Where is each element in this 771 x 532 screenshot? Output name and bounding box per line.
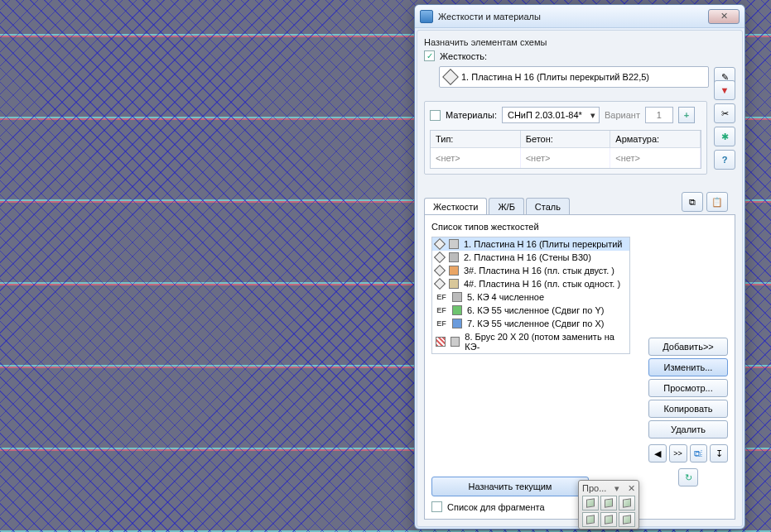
swatch bbox=[449, 266, 459, 276]
plate-icon bbox=[434, 278, 446, 290]
swatch bbox=[452, 292, 462, 302]
stiffness-row: Жесткость: bbox=[424, 50, 735, 61]
plate-icon bbox=[434, 252, 446, 263]
marker-icon: ✱ bbox=[721, 132, 729, 142]
projection-palette[interactable]: Про... ▾ ✕ bbox=[578, 480, 639, 530]
view-persp-button[interactable] bbox=[619, 512, 635, 527]
copy-button[interactable]: Копировать bbox=[648, 400, 728, 418]
view-back-button[interactable] bbox=[600, 512, 617, 527]
tab-panel-stiffness: ⧉ 📋 Список типов жесткостей 1. Пластина … bbox=[424, 214, 735, 520]
left-icon: ◀ bbox=[654, 448, 661, 459]
right-icon: >> bbox=[673, 449, 682, 458]
move-next-button[interactable]: >> bbox=[669, 444, 687, 463]
list-buttons: Добавить>> Изменить... Просмотр... Копир… bbox=[648, 338, 728, 486]
hatch-icon bbox=[436, 337, 446, 347]
materials-checkbox[interactable] bbox=[430, 110, 441, 121]
list-item[interactable]: 2. Пластина H 16 (Стены B30) bbox=[432, 251, 629, 264]
stiffness-materials-dialog: Жесткости и материалы ✕ Назначить элемен… bbox=[414, 4, 745, 530]
swatch bbox=[449, 279, 459, 289]
view-front-button[interactable] bbox=[600, 496, 617, 510]
list-item[interactable]: EF6. КЭ 55 численное (Сдвиг по Y) bbox=[432, 304, 629, 317]
link-icon: ⧉⁞ bbox=[694, 448, 702, 459]
list-title: Список типов жесткостей bbox=[431, 222, 728, 232]
stiffness-list[interactable]: 1. Пластина H 16 (Плиты перекрытий 2. Пл… bbox=[431, 237, 630, 354]
swatch bbox=[449, 252, 459, 262]
palette-title[interactable]: Про... ▾ ✕ bbox=[581, 482, 637, 494]
list-item[interactable]: 3#. Пластина H 16 (пл. стык двуст. ) bbox=[432, 264, 629, 277]
cell-concrete[interactable]: <нет> bbox=[521, 148, 611, 168]
plate-icon bbox=[442, 69, 459, 85]
delete-button[interactable]: Удалить bbox=[648, 420, 728, 439]
view-top-button[interactable] bbox=[582, 512, 599, 527]
app-icon bbox=[420, 10, 433, 23]
paste-icon: 📋 bbox=[711, 197, 723, 208]
materials-header: Материалы: СНиП 2.03.01-84* Вариант 1 + bbox=[430, 107, 701, 123]
swatch bbox=[452, 319, 462, 328]
list-item[interactable]: 4#. Пластина H 16 (пл. стык одност. ) bbox=[432, 277, 629, 290]
cell-type[interactable]: <нет> bbox=[431, 148, 521, 168]
stiffness-checkbox[interactable] bbox=[424, 50, 435, 61]
fragment-checkbox[interactable] bbox=[431, 501, 442, 512]
swatch bbox=[451, 337, 460, 347]
add-variant-button[interactable]: + bbox=[678, 107, 695, 123]
view-button[interactable]: Просмотр... bbox=[648, 379, 728, 397]
code-dropdown[interactable]: СНиП 2.03.01-84* bbox=[502, 107, 600, 123]
materials-group: Материалы: СНиП 2.03.01-84* Вариант 1 + … bbox=[424, 101, 707, 175]
axis-icon: ↧ bbox=[716, 448, 723, 459]
stiffness-label: Жесткость: bbox=[440, 51, 487, 61]
move-first-button[interactable]: ◀ bbox=[648, 444, 667, 463]
col-rebar: Арматура: bbox=[610, 131, 701, 148]
cell-rebar[interactable]: <нет> bbox=[610, 148, 701, 168]
copy-list-button[interactable]: ⧉ bbox=[682, 192, 703, 212]
materials-grid: Тип: Бетон: Арматура: <нет> <нет> <нет> bbox=[430, 130, 701, 169]
ef-icon: EF bbox=[436, 319, 447, 328]
refresh-button[interactable]: ↻ bbox=[678, 468, 698, 486]
swatch bbox=[449, 239, 459, 249]
tab-rc[interactable]: Ж/Б bbox=[489, 198, 523, 215]
scissors-icon: ✂ bbox=[721, 108, 729, 119]
view-iso-button[interactable] bbox=[582, 496, 599, 510]
dialog-body: Назначить элементам схемы Жесткость: 1. … bbox=[417, 30, 743, 527]
list-item[interactable]: EF5. КЭ 4 численное bbox=[432, 290, 629, 304]
edit-button[interactable]: Изменить... bbox=[648, 358, 728, 376]
close-button[interactable]: ✕ bbox=[708, 9, 740, 24]
col-type: Тип: bbox=[431, 131, 521, 148]
view-side-button[interactable] bbox=[619, 496, 635, 510]
filter-button[interactable]: ▼ bbox=[714, 80, 735, 100]
paste-list-button[interactable]: 📋 bbox=[706, 192, 728, 212]
list-item[interactable]: 1. Пластина H 16 (Плиты перекрытий bbox=[432, 237, 629, 251]
cut-button[interactable]: ✂ bbox=[714, 103, 735, 123]
marker-button[interactable]: ✱ bbox=[714, 127, 735, 146]
ef-icon: EF bbox=[436, 293, 447, 301]
palette-grid bbox=[581, 494, 637, 529]
titlebar[interactable]: Жесткости и материалы ✕ bbox=[415, 5, 744, 28]
materials-label: Материалы: bbox=[446, 110, 497, 120]
variant-spinner[interactable]: 1 bbox=[645, 107, 673, 123]
palette-close[interactable]: ✕ bbox=[628, 483, 635, 494]
window-title: Жесткости и материалы bbox=[438, 12, 708, 22]
add-button[interactable]: Добавить>> bbox=[648, 338, 728, 356]
list-item[interactable]: EF7. КЭ 55 численное (Сдвиг по X) bbox=[432, 317, 629, 330]
help-button[interactable]: ? bbox=[714, 150, 735, 170]
fragment-label: Список для фрагмента bbox=[447, 502, 545, 512]
link-button[interactable]: ⧉⁞ bbox=[690, 444, 708, 463]
fragment-row: Список для фрагмента bbox=[431, 501, 589, 512]
assign-current-button[interactable]: Назначить текущим bbox=[431, 477, 589, 496]
plate-icon bbox=[434, 238, 446, 250]
axis-button[interactable]: ↧ bbox=[710, 444, 728, 463]
current-stiffness-text: 1. Пластина H 16 (Плиты перекрытий B22,5… bbox=[461, 72, 649, 82]
ef-icon: EF bbox=[436, 306, 447, 314]
help-icon: ? bbox=[722, 155, 728, 165]
col-concrete: Бетон: bbox=[521, 131, 611, 148]
variant-label: Вариант bbox=[605, 110, 640, 120]
refresh-icon: ↻ bbox=[685, 472, 692, 483]
current-stiffness-row: 1. Пластина H 16 (Плиты перекрытий B22,5… bbox=[439, 66, 735, 88]
side-toolbar: ▼ ✂ ✱ ? bbox=[714, 80, 735, 170]
tab-stiffness[interactable]: Жесткости bbox=[424, 198, 487, 215]
list-item[interactable]: 8. Брус 20 X 20 (потом заменить на КЭ- bbox=[432, 330, 629, 353]
current-stiffness-field[interactable]: 1. Пластина H 16 (Плиты перекрытий B22,5… bbox=[439, 66, 709, 88]
assign-section-title: Назначить элементам схемы bbox=[424, 37, 735, 47]
swatch bbox=[452, 305, 462, 315]
close-icon: ✕ bbox=[720, 11, 728, 22]
tab-steel[interactable]: Сталь bbox=[526, 198, 570, 215]
